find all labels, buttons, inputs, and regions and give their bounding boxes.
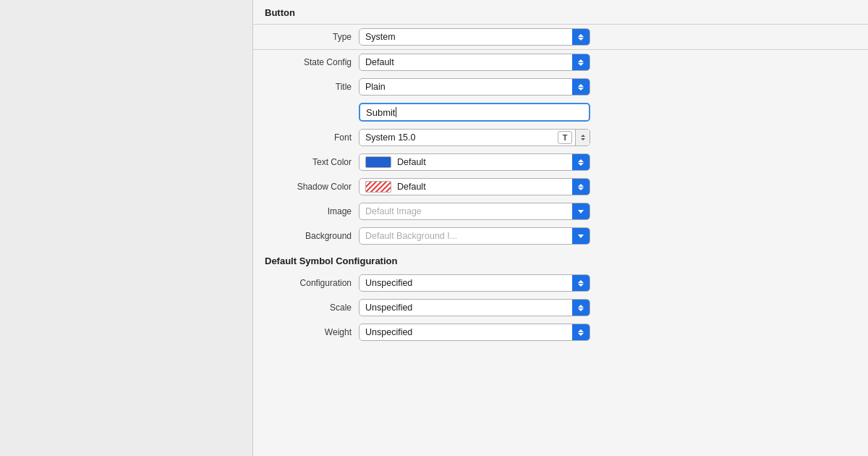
text-color-label: Text Color	[265, 157, 359, 167]
title-control: Plain	[359, 78, 856, 96]
text-input-control: Submit	[359, 103, 856, 122]
scale-arrow-down-icon	[578, 308, 584, 311]
image-stepper[interactable]	[572, 203, 590, 219]
type-arrow-up-icon	[578, 34, 584, 37]
scale-stepper[interactable]	[572, 300, 590, 316]
weight-stepper[interactable]	[572, 324, 590, 340]
shadow-color-stepper[interactable]	[572, 179, 590, 195]
weight-value: Unspecified	[365, 327, 412, 337]
symbol-section-header: Default Symbol Configuration	[253, 248, 868, 271]
image-arrow-down-icon	[578, 210, 584, 214]
text-input-value: Submit	[366, 107, 395, 118]
scale-select[interactable]: Unspecified	[359, 299, 590, 316]
state-config-arrow-up-icon	[578, 59, 584, 62]
font-control: System 15.0 T	[359, 129, 856, 146]
text-input-field[interactable]: Submit	[359, 103, 590, 122]
font-field[interactable]: System 15.0 T	[359, 129, 590, 146]
background-arrow-down-icon	[578, 235, 584, 238]
state-config-stepper[interactable]	[572, 54, 590, 70]
shadow-color-value: Default	[397, 182, 426, 192]
text-color-row: Text Color Default	[253, 150, 868, 174]
background-stepper[interactable]	[572, 228, 590, 244]
image-select[interactable]: Default Image	[359, 203, 590, 220]
font-row: + Font System 15.0 T	[253, 125, 868, 150]
text-color-control: Default	[359, 153, 856, 171]
title-arrow-down-icon	[578, 88, 584, 90]
scale-label: Scale	[265, 303, 359, 313]
scale-arrow-up-icon	[578, 305, 584, 308]
shadow-color-swatch	[365, 181, 391, 193]
text-color-field[interactable]: Default	[359, 153, 590, 171]
inspector-panel: Button Type System State Config De	[253, 0, 868, 456]
shadow-color-arrow-down-icon	[578, 187, 584, 190]
weight-select[interactable]: Unspecified	[359, 324, 590, 341]
configuration-arrow-up-icon	[578, 280, 584, 283]
state-config-value: Default	[365, 57, 394, 67]
type-row: Type System	[253, 25, 868, 49]
title-row: Title Plain	[253, 75, 868, 99]
title-arrow-up-icon	[578, 84, 584, 87]
shadow-color-row: Shadow Color Default	[253, 174, 868, 199]
text-cursor	[396, 107, 396, 117]
configuration-value: Unspecified	[365, 278, 412, 288]
weight-row: Weight Unspecified	[253, 320, 868, 345]
title-stepper[interactable]	[572, 79, 590, 95]
configuration-stepper[interactable]	[572, 275, 590, 291]
type-control: System	[359, 28, 856, 46]
configuration-arrow-down-icon	[578, 284, 584, 287]
title-label: Title	[265, 82, 359, 92]
state-config-label: State Config	[265, 57, 359, 67]
type-value: System	[365, 32, 396, 42]
font-arrow-up-icon	[581, 135, 585, 137]
text-color-arrow-down-icon	[578, 163, 584, 166]
configuration-label: Configuration	[265, 278, 359, 288]
type-label: Type	[265, 32, 359, 42]
weight-label: Weight	[265, 327, 359, 337]
image-label: Image	[265, 206, 359, 216]
font-t-icon[interactable]: T	[558, 131, 572, 144]
state-config-row: State Config Default	[253, 50, 868, 75]
title-value: Plain	[365, 82, 386, 92]
type-stepper[interactable]	[572, 29, 590, 45]
title-select[interactable]: Plain	[359, 78, 590, 96]
text-color-value: Default	[397, 157, 426, 167]
text-color-stepper[interactable]	[572, 154, 590, 170]
section-title: Button	[253, 0, 868, 24]
weight-arrow-up-icon	[578, 329, 584, 332]
weight-control: Unspecified	[359, 324, 856, 341]
configuration-control: Unspecified	[359, 274, 856, 292]
type-select[interactable]: System	[359, 28, 590, 46]
scale-row: Scale Unspecified	[253, 295, 868, 320]
font-arrow-down-icon	[581, 138, 585, 140]
text-color-swatch	[365, 156, 391, 168]
font-label: Font	[265, 132, 359, 143]
image-control: Default Image	[359, 203, 856, 220]
state-config-control: Default	[359, 54, 856, 71]
configuration-select[interactable]: Unspecified	[359, 274, 590, 292]
type-arrow-down-icon	[578, 38, 584, 41]
scale-control: Unspecified	[359, 299, 856, 316]
image-placeholder: Default Image	[365, 206, 422, 216]
panel-container: Button Type System State Config De	[0, 0, 868, 456]
text-color-arrow-up-icon	[578, 159, 584, 162]
shadow-color-arrow-up-icon	[578, 184, 584, 187]
background-row: Background Default Background I...	[253, 224, 868, 248]
background-control: Default Background I...	[359, 227, 856, 245]
image-row: Image Default Image	[253, 199, 868, 224]
shadow-color-control: Default	[359, 178, 856, 195]
background-placeholder: Default Background I...	[365, 231, 457, 241]
shadow-color-field[interactable]: Default	[359, 178, 590, 195]
left-spacer	[0, 0, 253, 456]
state-config-select[interactable]: Default	[359, 54, 590, 71]
font-stepper[interactable]	[575, 130, 590, 145]
text-input-row: Submit	[253, 99, 868, 125]
configuration-row: Configuration Unspecified	[253, 271, 868, 295]
scale-value: Unspecified	[365, 303, 412, 313]
state-config-arrow-down-icon	[578, 63, 584, 66]
font-value: System 15.0	[365, 132, 415, 143]
weight-arrow-down-icon	[578, 333, 584, 336]
shadow-color-label: Shadow Color	[265, 182, 359, 192]
background-label: Background	[265, 231, 359, 241]
background-select[interactable]: Default Background I...	[359, 227, 590, 245]
